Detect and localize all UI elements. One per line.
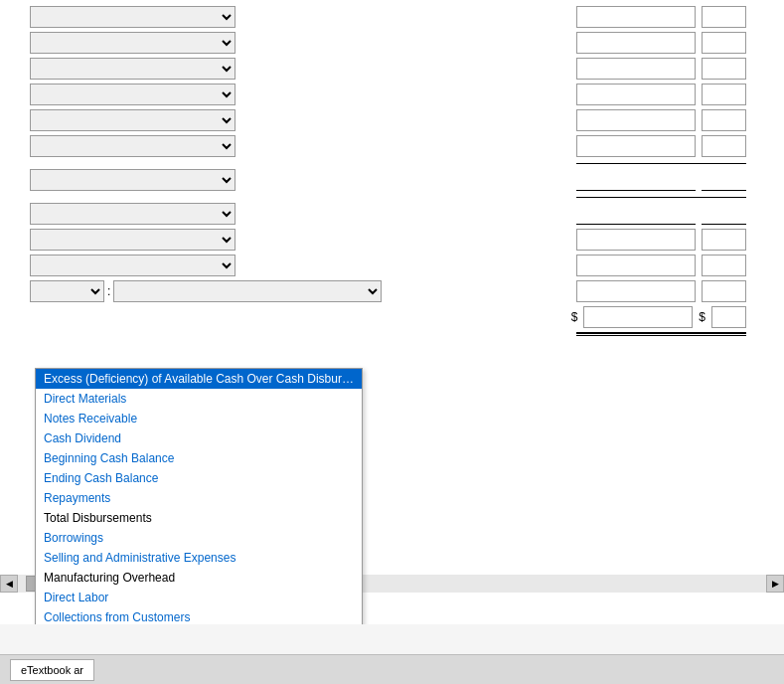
scroll-right-button[interactable]: ▶ (766, 575, 784, 593)
row-2-input-small[interactable] (702, 32, 746, 54)
row-4-input-main[interactable] (576, 84, 696, 105)
dropdown-item-7[interactable]: Total Disbursements (36, 508, 362, 528)
row-4-input-small[interactable] (702, 84, 746, 105)
row-5-input-small[interactable] (702, 109, 746, 131)
row-3-right-inputs (576, 58, 746, 80)
row-7-left-dropdown[interactable] (30, 169, 235, 191)
row-7-input-main[interactable] (576, 169, 696, 191)
row-10-input-small[interactable] (702, 255, 746, 276)
row-10-input-main[interactable] (576, 255, 696, 276)
row-3 (0, 56, 784, 82)
trigger-small-dropdown[interactable] (30, 280, 104, 302)
row-3-input-small[interactable] (702, 58, 746, 80)
row-3-left-dropdown[interactable] (30, 58, 235, 80)
rows-container: : $ $ (0, 0, 784, 340)
row-6-left-dropdown[interactable] (30, 135, 235, 157)
trigger-row: : (0, 278, 784, 304)
row-9-left-dropdown[interactable] (30, 229, 235, 251)
row-5 (0, 107, 784, 133)
row-10-left-dropdown[interactable] (30, 255, 235, 276)
row-2-input-main[interactable] (576, 32, 696, 54)
row-1-right-inputs (576, 6, 746, 28)
dropdown-item-8[interactable]: Borrowings (36, 528, 362, 548)
row-1-input-main[interactable] (576, 6, 696, 28)
row-2 (0, 30, 784, 56)
dropdown-item-3[interactable]: Cash Dividend (36, 428, 362, 448)
row-1 (0, 4, 784, 30)
content-area: : $ $ (0, 0, 784, 624)
row-4-right-inputs (576, 84, 746, 105)
row-7 (0, 167, 784, 193)
row-7-right-inputs (576, 169, 746, 191)
dropdown-item-2[interactable]: Notes Receivable (36, 409, 362, 428)
dropdown-item-11[interactable]: Direct Labor (36, 588, 362, 607)
etextbook-button[interactable]: eTextbook ar (10, 659, 94, 681)
colon-separator: : (104, 284, 113, 298)
row-6 (0, 133, 784, 159)
trigger-right-inputs (576, 280, 746, 302)
dollar-input-small[interactable] (711, 306, 746, 328)
row-6-input-main[interactable] (576, 135, 696, 157)
row-10 (0, 253, 784, 278)
row-6-right-inputs (576, 135, 746, 157)
dropdown-item-12[interactable]: Collections from Customers (36, 607, 362, 624)
row-2-right-inputs (576, 32, 746, 54)
bottom-bar: eTextbook ar (0, 654, 784, 684)
row-9 (0, 227, 784, 253)
row-5-input-main[interactable] (576, 109, 696, 131)
dropdown-overlay: Excess (Deficiency) of Available Cash Ov… (35, 368, 363, 624)
dropdown-item-0[interactable]: Excess (Deficiency) of Available Cash Ov… (36, 369, 362, 389)
row-9-input-small[interactable] (702, 229, 746, 251)
row-5-right-inputs (576, 109, 746, 131)
dollar-sign-2: $ (699, 310, 706, 324)
row-2-left-dropdown[interactable] (30, 32, 235, 54)
row-8 (0, 201, 784, 227)
row-3-input-main[interactable] (576, 58, 696, 80)
dropdown-item-6[interactable]: Repayments (36, 488, 362, 508)
row-8-input-main[interactable] (576, 203, 696, 225)
trigger-input-small[interactable] (702, 280, 746, 302)
row-1-left-dropdown[interactable] (30, 6, 235, 28)
dropdown-item-4[interactable]: Beginning Cash Balance (36, 448, 362, 468)
row-4 (0, 82, 784, 107)
dropdown-item-9[interactable]: Selling and Administrative Expenses (36, 548, 362, 568)
row-7-input-small[interactable] (702, 169, 746, 191)
row-8-input-small[interactable] (702, 203, 746, 225)
row-8-right-inputs (576, 203, 746, 225)
dollar-row: $ $ (0, 304, 784, 330)
trigger-full-dropdown[interactable] (113, 280, 382, 302)
dropdown-item-1[interactable]: Direct Materials (36, 389, 362, 409)
row-5-left-dropdown[interactable] (30, 109, 235, 131)
dropdown-item-5[interactable]: Ending Cash Balance (36, 468, 362, 488)
row-6-input-small[interactable] (702, 135, 746, 157)
dropdown-item-10[interactable]: Manufacturing Overhead (36, 568, 362, 588)
row-1-input-small[interactable] (702, 6, 746, 28)
scroll-left-button[interactable]: ◀ (0, 575, 18, 593)
row-4-left-dropdown[interactable] (30, 84, 235, 105)
dollar-input-main[interactable] (583, 306, 693, 328)
trigger-input-main[interactable] (576, 280, 696, 302)
main-container: : $ $ (0, 0, 784, 684)
dollar-right-inputs: $ $ (571, 306, 746, 328)
row-9-right-inputs (576, 229, 746, 251)
row-9-input-main[interactable] (576, 229, 696, 251)
row-8-left-dropdown[interactable] (30, 203, 235, 225)
dollar-sign-1: $ (571, 310, 578, 324)
row-10-right-inputs (576, 255, 746, 276)
